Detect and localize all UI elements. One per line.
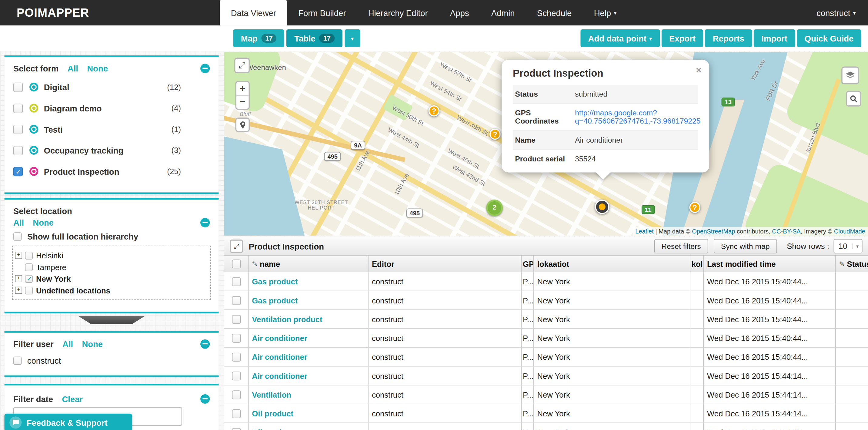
view-options-dropdown[interactable]: ▾ bbox=[345, 29, 360, 47]
checkbox[interactable] bbox=[232, 315, 241, 323]
checkbox[interactable] bbox=[25, 263, 33, 271]
question-marker[interactable]: ? bbox=[490, 129, 501, 140]
data-point-link[interactable]: Oil product bbox=[252, 428, 293, 430]
quick-guide-button[interactable]: Quick Guide bbox=[797, 29, 861, 47]
map-fullscreen-button[interactable]: ⤢ bbox=[234, 58, 250, 73]
checkbox[interactable] bbox=[13, 104, 23, 113]
nav-tab-data-viewer[interactable]: Data Viewer bbox=[220, 0, 287, 26]
expand-icon[interactable]: + bbox=[15, 275, 22, 282]
export-button[interactable]: Export bbox=[661, 29, 703, 47]
add-data-point-button[interactable]: Add data point▾ bbox=[580, 29, 660, 47]
cluster-marker[interactable]: 2 bbox=[486, 200, 503, 216]
nav-tab-hierarchy-editor[interactable]: Hierarchy Editor bbox=[357, 0, 439, 26]
map-search-button[interactable] bbox=[846, 91, 861, 106]
cell-lokaatiot: New York bbox=[534, 386, 690, 404]
data-point-link[interactable]: Gas product bbox=[252, 296, 298, 305]
leaflet-link[interactable]: Leaflet bbox=[635, 228, 653, 235]
map-pin-icon bbox=[29, 146, 38, 155]
checkbox[interactable] bbox=[13, 356, 22, 365]
header-name[interactable]: ✎name bbox=[249, 256, 369, 272]
checkbox-checked[interactable] bbox=[25, 275, 33, 283]
cell-editor: construct bbox=[369, 348, 522, 366]
data-point-link[interactable]: Ventilation bbox=[252, 390, 291, 399]
header-last-modified[interactable]: Last modified time bbox=[704, 256, 836, 272]
sidebar-collapse-handle[interactable] bbox=[78, 316, 145, 324]
checkbox[interactable] bbox=[13, 125, 23, 134]
reports-button[interactable]: Reports bbox=[705, 29, 752, 47]
checkbox[interactable] bbox=[232, 428, 241, 430]
table-view-button[interactable]: Table17 bbox=[287, 29, 342, 47]
collapse-panel-button[interactable] bbox=[200, 394, 210, 404]
checkbox[interactable] bbox=[13, 146, 23, 155]
nav-tab-admin[interactable]: Admin bbox=[480, 0, 526, 26]
show-rows-select[interactable]: 10 ▾ bbox=[833, 239, 862, 254]
expand-icon[interactable]: + bbox=[15, 287, 22, 294]
checkbox[interactable] bbox=[232, 409, 241, 418]
data-point-link[interactable]: Ventilation product bbox=[252, 315, 322, 323]
header-status[interactable]: ✎Status bbox=[836, 256, 868, 272]
marker-dot bbox=[599, 203, 606, 210]
data-point-link[interactable]: Oil product bbox=[252, 409, 293, 418]
zoom-in-button[interactable]: + bbox=[237, 82, 249, 96]
select-none-link[interactable]: None bbox=[33, 218, 54, 227]
checkbox[interactable] bbox=[25, 251, 33, 259]
checkbox[interactable] bbox=[13, 82, 23, 92]
gps-link[interactable]: q=40.7560672674761,-73.968179225 bbox=[575, 117, 701, 125]
popup-row-gps: GPS Coordinates http://maps.google.com? … bbox=[513, 104, 698, 131]
checkbox-checked[interactable] bbox=[13, 167, 23, 176]
cc-by-sa-link[interactable]: CC-BY-SA bbox=[772, 228, 800, 235]
nav-tab-apps[interactable]: Apps bbox=[439, 0, 480, 26]
checkbox[interactable] bbox=[232, 259, 241, 268]
checkbox[interactable] bbox=[13, 232, 22, 240]
checkbox[interactable] bbox=[232, 277, 241, 286]
checkbox[interactable] bbox=[232, 353, 241, 361]
user-menu[interactable]: construct▾ bbox=[816, 0, 856, 26]
select-all-link[interactable]: All bbox=[62, 339, 73, 349]
import-button[interactable]: Import bbox=[754, 29, 795, 47]
cloudmade-link[interactable]: CloudMade bbox=[834, 228, 865, 235]
data-point-link[interactable]: Air conditioner bbox=[252, 333, 307, 342]
select-all-link[interactable]: All bbox=[68, 64, 78, 73]
data-point-link[interactable]: Air conditioner bbox=[252, 353, 307, 361]
gps-link[interactable]: http://maps.google.com? bbox=[575, 109, 701, 117]
checkbox[interactable] bbox=[232, 333, 241, 342]
question-marker[interactable]: ? bbox=[689, 202, 701, 213]
checkbox[interactable] bbox=[232, 371, 241, 380]
reset-filters-button[interactable]: Reset filters bbox=[654, 239, 708, 254]
locate-button[interactable] bbox=[235, 118, 250, 132]
header-gps[interactable]: GP... bbox=[522, 256, 534, 272]
nav-tab-schedule[interactable]: Schedule bbox=[526, 0, 583, 26]
question-marker[interactable]: ? bbox=[429, 105, 440, 117]
tree-item-helsinki: + Helsinki bbox=[15, 250, 208, 261]
sync-with-map-button[interactable]: Sync with map bbox=[714, 239, 777, 254]
data-point-link[interactable]: Gas product bbox=[252, 277, 298, 286]
checkbox[interactable] bbox=[232, 390, 241, 399]
checkbox[interactable] bbox=[25, 287, 33, 294]
close-icon[interactable]: × bbox=[696, 65, 701, 76]
feedback-support-button[interactable]: Feedback & Support bbox=[4, 414, 132, 430]
clear-date-link[interactable]: Clear bbox=[62, 394, 83, 404]
expand-icon[interactable]: + bbox=[15, 252, 22, 259]
collapse-panel-button[interactable] bbox=[200, 218, 210, 227]
map-canvas[interactable]: Weehawken Bluff West 57th St West 54th S… bbox=[224, 52, 868, 236]
checkbox[interactable] bbox=[232, 296, 241, 305]
collapse-panel-button[interactable] bbox=[200, 339, 210, 349]
map-view-button[interactable]: Map17 bbox=[233, 29, 284, 47]
selected-data-point-marker[interactable] bbox=[595, 200, 610, 214]
select-none-link[interactable]: None bbox=[87, 64, 108, 73]
nav-tab-form-builder[interactable]: Form Builder bbox=[287, 0, 357, 26]
header-kol[interactable]: kol bbox=[690, 256, 704, 272]
collapse-panel-button[interactable] bbox=[200, 64, 210, 73]
header-editor[interactable]: Editor bbox=[369, 256, 522, 272]
route-11-badge: 11 bbox=[642, 205, 655, 214]
data-point-link[interactable]: Air conditioner bbox=[252, 371, 307, 380]
osm-link[interactable]: OpenStreetMap bbox=[692, 228, 735, 235]
layers-control-button[interactable] bbox=[841, 67, 859, 85]
select-all-link[interactable]: All bbox=[13, 218, 24, 227]
cell-status bbox=[836, 423, 868, 430]
header-lokaatiot[interactable]: lokaatiot bbox=[534, 256, 690, 272]
zoom-out-button[interactable]: − bbox=[237, 96, 249, 109]
select-none-link[interactable]: None bbox=[82, 339, 103, 349]
nav-tab-help[interactable]: Help▾ bbox=[583, 0, 628, 26]
table-fullscreen-button[interactable]: ⤢ bbox=[230, 239, 243, 253]
